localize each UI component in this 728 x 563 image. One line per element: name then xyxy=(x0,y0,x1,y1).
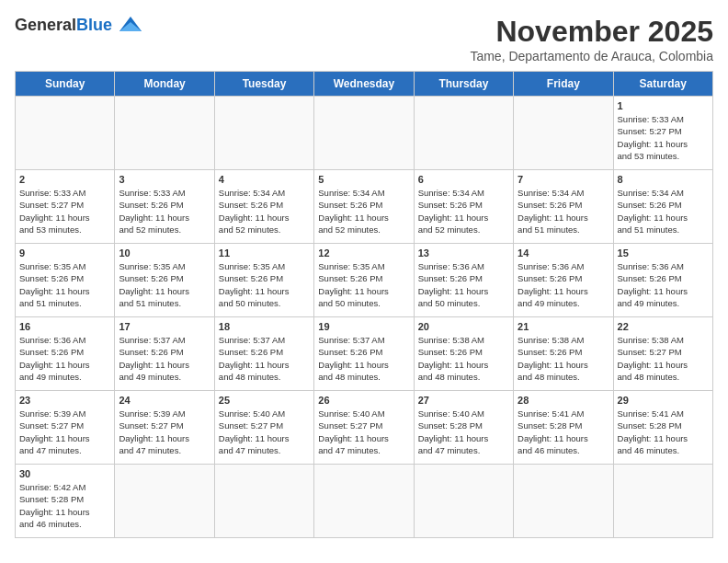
cell-info: Sunrise: 5:34 AM Sunset: 5:26 PM Dayligh… xyxy=(219,187,310,236)
calendar-cell xyxy=(414,465,513,538)
day-number: 9 xyxy=(19,247,110,259)
day-number: 6 xyxy=(418,174,509,185)
calendar-cell: 25Sunrise: 5:40 AM Sunset: 5:27 PM Dayli… xyxy=(214,391,313,465)
cell-info: Sunrise: 5:33 AM Sunset: 5:26 PM Dayligh… xyxy=(119,187,210,236)
day-number: 28 xyxy=(518,395,609,406)
calendar-cell: 12Sunrise: 5:35 AM Sunset: 5:26 PM Dayli… xyxy=(314,244,414,317)
calendar-cell xyxy=(115,465,214,538)
calendar-cell: 19Sunrise: 5:37 AM Sunset: 5:26 PM Dayli… xyxy=(314,317,414,391)
day-number: 10 xyxy=(119,247,210,259)
cell-info: Sunrise: 5:38 AM Sunset: 5:26 PM Dayligh… xyxy=(418,334,509,383)
cell-info: Sunrise: 5:36 AM Sunset: 5:26 PM Dayligh… xyxy=(618,260,709,309)
logo-general: General xyxy=(15,16,76,35)
calendar-cell xyxy=(314,465,414,538)
day-number: 29 xyxy=(618,395,709,406)
cell-info: Sunrise: 5:37 AM Sunset: 5:26 PM Dayligh… xyxy=(318,334,409,383)
calendar-cell: 15Sunrise: 5:36 AM Sunset: 5:26 PM Dayli… xyxy=(613,244,712,317)
calendar-cell xyxy=(314,97,414,170)
calendar-cell: 4Sunrise: 5:34 AM Sunset: 5:26 PM Daylig… xyxy=(214,170,313,244)
calendar-cell: 20Sunrise: 5:38 AM Sunset: 5:26 PM Dayli… xyxy=(414,317,513,391)
cell-info: Sunrise: 5:40 AM Sunset: 5:28 PM Dayligh… xyxy=(418,408,509,456)
calendar-cell: 22Sunrise: 5:38 AM Sunset: 5:27 PM Dayli… xyxy=(613,317,712,391)
day-number: 1 xyxy=(618,100,709,111)
calendar-cell: 23Sunrise: 5:39 AM Sunset: 5:27 PM Dayli… xyxy=(16,391,115,465)
day-number: 14 xyxy=(518,247,609,259)
title-area: November 2025 Tame, Departamento de Arau… xyxy=(470,15,713,63)
day-number: 8 xyxy=(618,174,709,185)
day-header-saturday: Saturday xyxy=(613,72,712,97)
calendar-week-0: 1Sunrise: 5:33 AM Sunset: 5:27 PM Daylig… xyxy=(16,97,713,170)
day-header-wednesday: Wednesday xyxy=(314,72,414,97)
day-header-friday: Friday xyxy=(514,72,613,97)
cell-info: Sunrise: 5:34 AM Sunset: 5:26 PM Dayligh… xyxy=(518,187,609,236)
day-number: 7 xyxy=(518,174,609,185)
calendar-week-4: 23Sunrise: 5:39 AM Sunset: 5:27 PM Dayli… xyxy=(16,391,713,465)
day-number: 19 xyxy=(318,321,409,332)
day-number: 12 xyxy=(318,247,409,259)
day-number: 21 xyxy=(518,321,609,332)
cell-info: Sunrise: 5:37 AM Sunset: 5:26 PM Dayligh… xyxy=(119,334,210,383)
calendar-cell xyxy=(115,97,214,170)
day-number: 17 xyxy=(119,321,210,332)
calendar-cell: 18Sunrise: 5:37 AM Sunset: 5:26 PM Dayli… xyxy=(214,317,313,391)
logo-icon xyxy=(116,15,145,35)
calendar-header-row: SundayMondayTuesdayWednesdayThursdayFrid… xyxy=(16,72,713,97)
day-number: 23 xyxy=(19,395,110,406)
calendar-cell xyxy=(414,97,513,170)
cell-info: Sunrise: 5:40 AM Sunset: 5:27 PM Dayligh… xyxy=(318,408,409,456)
calendar: SundayMondayTuesdayWednesdayThursdayFrid… xyxy=(15,71,713,538)
day-number: 11 xyxy=(219,247,310,259)
calendar-cell: 27Sunrise: 5:40 AM Sunset: 5:28 PM Dayli… xyxy=(414,391,513,465)
cell-info: Sunrise: 5:33 AM Sunset: 5:27 PM Dayligh… xyxy=(618,113,709,162)
location-title: Tame, Departamento de Arauca, Colombia xyxy=(470,49,713,63)
calendar-cell: 1Sunrise: 5:33 AM Sunset: 5:27 PM Daylig… xyxy=(613,97,712,170)
calendar-cell: 16Sunrise: 5:36 AM Sunset: 5:26 PM Dayli… xyxy=(16,317,115,391)
day-header-tuesday: Tuesday xyxy=(214,72,313,97)
logo-blue: Blue xyxy=(76,16,112,35)
calendar-cell: 24Sunrise: 5:39 AM Sunset: 5:27 PM Dayli… xyxy=(115,391,214,465)
day-number: 3 xyxy=(119,174,210,185)
day-number: 25 xyxy=(219,395,310,406)
calendar-week-2: 9Sunrise: 5:35 AM Sunset: 5:26 PM Daylig… xyxy=(16,244,713,317)
cell-info: Sunrise: 5:41 AM Sunset: 5:28 PM Dayligh… xyxy=(518,408,609,456)
calendar-cell: 30Sunrise: 5:42 AM Sunset: 5:28 PM Dayli… xyxy=(16,465,115,538)
month-title: November 2025 xyxy=(470,15,713,49)
calendar-cell: 9Sunrise: 5:35 AM Sunset: 5:26 PM Daylig… xyxy=(16,244,115,317)
calendar-cell: 5Sunrise: 5:34 AM Sunset: 5:26 PM Daylig… xyxy=(314,170,414,244)
calendar-cell: 8Sunrise: 5:34 AM Sunset: 5:26 PM Daylig… xyxy=(613,170,712,244)
calendar-cell xyxy=(214,465,313,538)
cell-info: Sunrise: 5:37 AM Sunset: 5:26 PM Dayligh… xyxy=(219,334,310,383)
day-number: 24 xyxy=(119,395,210,406)
calendar-cell: 11Sunrise: 5:35 AM Sunset: 5:26 PM Dayli… xyxy=(214,244,313,317)
calendar-cell: 2Sunrise: 5:33 AM Sunset: 5:27 PM Daylig… xyxy=(16,170,115,244)
cell-info: Sunrise: 5:38 AM Sunset: 5:27 PM Dayligh… xyxy=(618,334,709,383)
cell-info: Sunrise: 5:40 AM Sunset: 5:27 PM Dayligh… xyxy=(219,408,310,456)
cell-info: Sunrise: 5:36 AM Sunset: 5:26 PM Dayligh… xyxy=(19,334,110,383)
calendar-cell xyxy=(514,97,613,170)
cell-info: Sunrise: 5:34 AM Sunset: 5:26 PM Dayligh… xyxy=(318,187,409,236)
cell-info: Sunrise: 5:36 AM Sunset: 5:26 PM Dayligh… xyxy=(518,260,609,309)
day-header-thursday: Thursday xyxy=(414,72,513,97)
calendar-cell: 26Sunrise: 5:40 AM Sunset: 5:27 PM Dayli… xyxy=(314,391,414,465)
cell-info: Sunrise: 5:34 AM Sunset: 5:26 PM Dayligh… xyxy=(418,187,509,236)
calendar-cell xyxy=(613,465,712,538)
cell-info: Sunrise: 5:42 AM Sunset: 5:28 PM Dayligh… xyxy=(19,481,110,530)
day-number: 15 xyxy=(618,247,709,259)
cell-info: Sunrise: 5:39 AM Sunset: 5:27 PM Dayligh… xyxy=(119,408,210,456)
calendar-cell xyxy=(514,465,613,538)
calendar-cell: 28Sunrise: 5:41 AM Sunset: 5:28 PM Dayli… xyxy=(514,391,613,465)
cell-info: Sunrise: 5:41 AM Sunset: 5:28 PM Dayligh… xyxy=(618,408,709,456)
day-number: 27 xyxy=(418,395,509,406)
day-number: 30 xyxy=(19,468,110,479)
calendar-week-3: 16Sunrise: 5:36 AM Sunset: 5:26 PM Dayli… xyxy=(16,317,713,391)
cell-info: Sunrise: 5:35 AM Sunset: 5:26 PM Dayligh… xyxy=(19,260,110,309)
cell-info: Sunrise: 5:34 AM Sunset: 5:26 PM Dayligh… xyxy=(618,187,709,236)
day-number: 5 xyxy=(318,174,409,185)
cell-info: Sunrise: 5:39 AM Sunset: 5:27 PM Dayligh… xyxy=(19,408,110,456)
calendar-cell: 10Sunrise: 5:35 AM Sunset: 5:26 PM Dayli… xyxy=(115,244,214,317)
calendar-cell: 21Sunrise: 5:38 AM Sunset: 5:26 PM Dayli… xyxy=(514,317,613,391)
day-number: 26 xyxy=(318,395,409,406)
cell-info: Sunrise: 5:36 AM Sunset: 5:26 PM Dayligh… xyxy=(418,260,509,309)
logo: GeneralBlue xyxy=(15,15,145,35)
day-header-sunday: Sunday xyxy=(16,72,115,97)
